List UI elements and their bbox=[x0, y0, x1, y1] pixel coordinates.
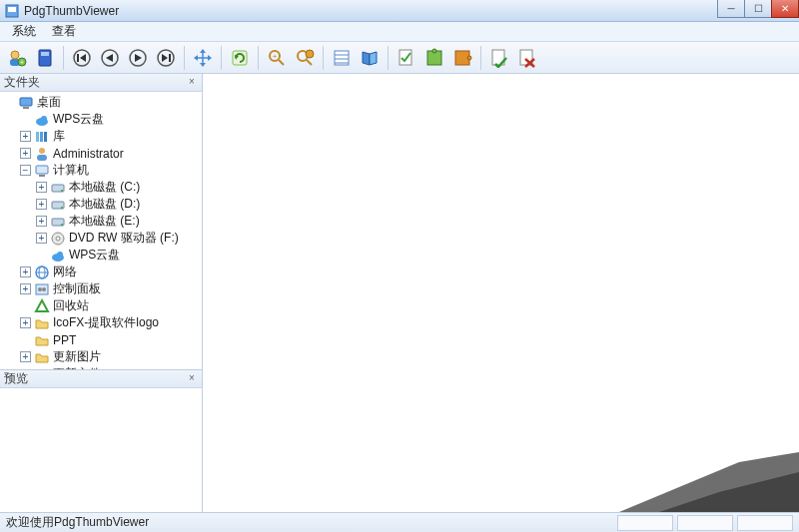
svg-rect-49 bbox=[36, 132, 39, 142]
tree-item-label: WPS云盘 bbox=[53, 111, 104, 128]
move-cross-button[interactable] bbox=[190, 45, 216, 71]
main-view bbox=[203, 74, 799, 512]
expand-icon[interactable]: + bbox=[20, 131, 31, 142]
expand-icon[interactable]: + bbox=[20, 148, 31, 159]
svg-marker-16 bbox=[162, 54, 168, 62]
drive-icon bbox=[50, 214, 66, 230]
menu-system[interactable]: 系统 bbox=[4, 21, 44, 42]
tree-item-label: PPT bbox=[53, 333, 76, 347]
tree-item-label: DVD RW 驱动器 (F:) bbox=[69, 230, 179, 247]
desktop-icon bbox=[18, 95, 34, 111]
nav-prev-button[interactable] bbox=[97, 45, 123, 71]
close-icon[interactable]: × bbox=[186, 372, 198, 384]
sheet-tick-button[interactable] bbox=[486, 45, 512, 71]
svg-point-71 bbox=[42, 287, 46, 291]
folder-tree[interactable]: 桌面WPS云盘+库+Administrator−计算机+本地磁盘 (C:)+本地… bbox=[0, 92, 202, 369]
tree-item-label: Administrator bbox=[53, 147, 124, 161]
toolbar: ++ bbox=[0, 42, 799, 74]
nav-next-button[interactable] bbox=[125, 45, 151, 71]
svg-marker-14 bbox=[135, 54, 142, 62]
tree-item[interactable]: WPS云盘 bbox=[0, 247, 202, 264]
tree-item[interactable]: +本地磁盘 (D:) bbox=[0, 196, 202, 213]
minimize-button[interactable]: ─ bbox=[717, 0, 745, 18]
network-icon bbox=[34, 265, 50, 280]
sheet-cross-button[interactable] bbox=[514, 45, 540, 71]
preview-body bbox=[0, 388, 202, 512]
svg-marker-12 bbox=[106, 54, 113, 62]
svg-marker-10 bbox=[80, 54, 86, 62]
tree-item[interactable]: +控制面板 bbox=[0, 280, 202, 297]
tree-item[interactable]: +Administrator bbox=[0, 145, 202, 162]
book-blue-button[interactable] bbox=[32, 45, 58, 71]
tree-item[interactable]: +DVD RW 驱动器 (F:) bbox=[0, 230, 202, 247]
expander-spacer bbox=[36, 250, 47, 261]
svg-rect-7 bbox=[41, 52, 49, 56]
puzzle-green-button[interactable] bbox=[421, 45, 447, 71]
close-button[interactable]: ✕ bbox=[771, 0, 799, 18]
svg-marker-72 bbox=[36, 300, 48, 311]
panel-icon bbox=[34, 281, 50, 297]
toolbar-separator bbox=[221, 46, 222, 70]
tree-item[interactable]: 桌面 bbox=[0, 94, 202, 111]
svg-marker-22 bbox=[194, 55, 198, 61]
expand-icon[interactable]: + bbox=[36, 216, 47, 227]
tree-item[interactable]: −计算机 bbox=[0, 162, 202, 179]
tree-item[interactable]: +本地磁盘 (E:) bbox=[0, 213, 202, 230]
expand-icon[interactable]: + bbox=[36, 199, 47, 210]
svg-point-65 bbox=[57, 252, 63, 258]
maximize-button[interactable]: ☐ bbox=[744, 0, 772, 18]
svg-rect-46 bbox=[23, 107, 29, 109]
tree-item[interactable]: +网络 bbox=[0, 264, 202, 280]
expand-icon[interactable]: + bbox=[36, 233, 47, 244]
svg-rect-9 bbox=[77, 54, 79, 62]
titlebar: PdgThumbViewer ─ ☐ ✕ bbox=[0, 0, 799, 22]
svg-marker-20 bbox=[200, 49, 206, 53]
svg-point-48 bbox=[41, 116, 47, 122]
book-open-button[interactable] bbox=[357, 45, 383, 71]
tree-item[interactable]: +更新图片 bbox=[0, 348, 202, 365]
nav-first-button[interactable] bbox=[69, 45, 95, 71]
sheet-check-button[interactable] bbox=[394, 45, 419, 71]
tree-item[interactable]: 回收站 bbox=[0, 297, 202, 314]
expand-icon[interactable]: + bbox=[20, 317, 31, 328]
expand-icon[interactable]: + bbox=[20, 351, 31, 362]
svg-rect-54 bbox=[36, 166, 48, 174]
status-slot bbox=[737, 515, 793, 531]
menu-view[interactable]: 查看 bbox=[44, 21, 84, 42]
tree-item-label: 本地磁盘 (C:) bbox=[69, 179, 140, 196]
expand-icon[interactable]: + bbox=[20, 283, 31, 294]
svg-point-59 bbox=[61, 207, 63, 209]
expand-icon[interactable]: + bbox=[20, 266, 31, 277]
svg-point-40 bbox=[467, 56, 471, 60]
tree-item[interactable]: +本地磁盘 (C:) bbox=[0, 179, 202, 196]
list-view-button[interactable] bbox=[329, 45, 355, 71]
expander-spacer bbox=[4, 97, 15, 108]
svg-line-27 bbox=[279, 60, 284, 65]
zoom-plus-button[interactable]: + bbox=[264, 45, 290, 71]
toolbar-separator bbox=[388, 46, 389, 70]
tree-item[interactable]: PPT bbox=[0, 331, 202, 348]
cloud-icon bbox=[34, 112, 50, 128]
folder-icon bbox=[34, 349, 50, 365]
tree-item[interactable]: +IcoFX-提取软件logo bbox=[0, 314, 202, 331]
folder-icon bbox=[34, 332, 50, 348]
content-area: 文件夹 × 桌面WPS云盘+库+Administrator−计算机+本地磁盘 (… bbox=[0, 74, 799, 512]
refresh-green-button[interactable] bbox=[227, 45, 253, 71]
toolbar-separator bbox=[184, 46, 185, 70]
zoom-gear-button[interactable] bbox=[292, 45, 318, 71]
collapse-icon[interactable]: − bbox=[20, 165, 31, 176]
tree-item-label: 本地磁盘 (E:) bbox=[69, 213, 140, 230]
nav-last-button[interactable] bbox=[153, 45, 179, 71]
tree-item[interactable]: +库 bbox=[0, 128, 202, 145]
expand-icon[interactable]: + bbox=[36, 182, 47, 193]
puzzle-orange-button[interactable] bbox=[449, 45, 475, 71]
svg-text:+: + bbox=[273, 52, 278, 61]
svg-point-70 bbox=[38, 287, 42, 291]
close-icon[interactable]: × bbox=[186, 76, 198, 88]
expander-spacer bbox=[20, 300, 31, 311]
expander-spacer bbox=[20, 334, 31, 345]
toolbar-separator bbox=[258, 46, 259, 70]
status-slot bbox=[617, 515, 673, 531]
person-add-button[interactable]: + bbox=[4, 45, 30, 71]
tree-item[interactable]: WPS云盘 bbox=[0, 111, 202, 128]
